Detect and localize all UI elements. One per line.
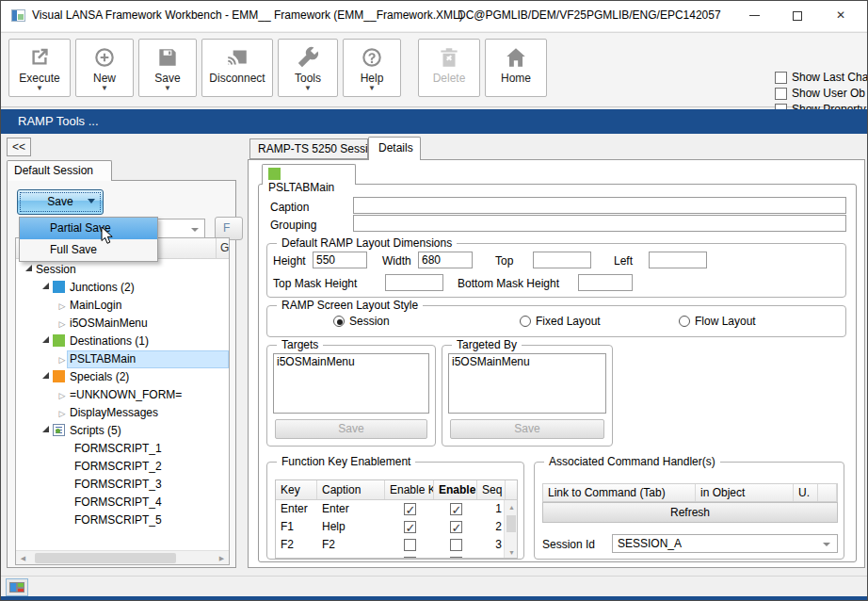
execute-button[interactable]: Execute ▼ — [8, 39, 71, 97]
scroll-up-icon[interactable]: ▲ — [505, 500, 518, 514]
targets-listbox[interactable]: i5OSMainMenu — [273, 353, 429, 414]
mouse-cursor — [101, 226, 117, 245]
col-enable-k[interactable]: Enable K — [385, 480, 434, 499]
help-button[interactable]: Help ▼ — [343, 39, 401, 97]
close-button[interactable]: ✕ — [820, 1, 861, 29]
scroll-right-icon[interactable]: ▶ — [215, 551, 229, 565]
collapsed-icon[interactable] — [57, 350, 67, 369]
checkbox-icon — [775, 88, 787, 100]
left-input[interactable] — [649, 252, 707, 268]
scroll-left-icon[interactable]: ◀ — [16, 551, 30, 565]
tab-default-session[interactable]: Default Session — [7, 160, 112, 181]
save-split-button[interactable]: Save — [17, 189, 104, 215]
tree-item-unknown-form[interactable]: =UNKNOWN_FORM= — [16, 386, 229, 404]
command-handlers-legend: Associated Command Handler(s) — [544, 455, 720, 468]
home-button[interactable]: Home — [485, 39, 547, 97]
radio-session[interactable]: Session — [333, 315, 390, 328]
session-id-label: Session Id — [542, 538, 595, 551]
grouping-input[interactable] — [353, 215, 846, 232]
bottom-mask-input[interactable] — [578, 274, 633, 291]
tab-ramp-ts-session[interactable]: RAMP-TS 5250 Session — [249, 138, 368, 159]
grouping-label: Grouping — [270, 219, 316, 232]
collapsed-icon[interactable] — [57, 315, 67, 333]
tree-item-formscript-2[interactable]: FORMSCRIPT_2 — [16, 458, 229, 476]
execute-icon — [27, 45, 52, 70]
tree-item-mainlogin[interactable]: MainLogin — [16, 297, 229, 315]
delete-icon — [437, 45, 461, 70]
session-id-combobox[interactable]: SESSION_A — [612, 534, 838, 553]
checkbox-checked-icon[interactable] — [404, 503, 416, 515]
expanded-icon[interactable] — [40, 331, 50, 349]
col-caption[interactable]: Caption — [317, 480, 385, 499]
vertical-scrollbar[interactable]: ▲ ▼ — [504, 500, 517, 559]
checkbox-icon[interactable] — [450, 557, 462, 559]
checkbox-icon[interactable] — [404, 557, 416, 559]
expanded-icon[interactable] — [40, 366, 50, 384]
refresh-button[interactable]: Refresh — [542, 502, 838, 523]
palette-icon[interactable] — [6, 578, 28, 596]
col-seq[interactable]: Seq — [477, 480, 506, 499]
collapse-panel-button[interactable]: << — [7, 138, 31, 156]
tree-item-junctions[interactable]: Junctions (2) — [16, 279, 229, 297]
show-user-checkbox[interactable]: Show User Ob — [775, 87, 868, 100]
width-input[interactable] — [418, 252, 473, 268]
tools-button[interactable]: Tools ▼ — [278, 39, 338, 97]
tree-item-formscript-4[interactable]: FORMSCRIPT_4 — [16, 494, 229, 512]
show-last-checkbox[interactable]: Show Last Cha — [775, 71, 868, 84]
maximize-button[interactable] — [777, 1, 818, 29]
table-row[interactable]: F1 Help 2 — [276, 518, 517, 536]
dropdown-arrow-icon: ▼ — [9, 85, 70, 92]
height-input[interactable] — [313, 252, 367, 268]
menu-item-full-save[interactable]: Full Save — [20, 239, 157, 261]
scroll-down-icon[interactable]: ▼ — [505, 545, 518, 559]
disconnect-button[interactable]: Disconnect — [201, 39, 273, 97]
expanded-icon[interactable] — [40, 420, 50, 438]
targets-groupbox: Targets i5OSMainMenu Save — [266, 345, 436, 447]
radio-fixed-layout[interactable]: Fixed Layout — [520, 315, 601, 328]
tree-item-destinations[interactable]: Destinations (1) — [16, 333, 229, 350]
targeted-by-listbox[interactable]: i5OSMainMenu — [448, 353, 606, 414]
tab-psltabmain[interactable]: PSLTABMain — [262, 164, 356, 185]
save-button[interactable]: Save ▼ — [138, 39, 197, 97]
top-input[interactable] — [533, 252, 591, 268]
radio-flow-layout[interactable]: Flow Layout — [679, 315, 756, 328]
checkbox-checked-icon[interactable] — [450, 503, 462, 515]
menu-item-partial-save[interactable]: Partial Save — [20, 218, 157, 239]
caption-input[interactable] — [353, 197, 846, 214]
caption-label: Caption — [270, 201, 309, 214]
checkbox-icon[interactable] — [404, 539, 416, 551]
layout-style-legend: RAMP Screen Layout Style — [277, 299, 423, 312]
expanded-icon[interactable] — [40, 277, 50, 295]
col-u[interactable]: U. — [794, 484, 818, 501]
table-row[interactable]: Enter Enter 1 — [276, 500, 517, 518]
minimize-button[interactable] — [733, 1, 775, 29]
checkbox-icon[interactable] — [450, 539, 462, 551]
table-row[interactable]: F2 F2 3 — [276, 536, 517, 554]
tree-item-scripts[interactable]: Scripts (5) — [16, 422, 229, 440]
col-enable[interactable]: Enable — [434, 480, 477, 499]
new-button[interactable]: New ▼ — [75, 39, 134, 97]
tree-item-formscript-1[interactable]: FORMSCRIPT_1 — [16, 440, 229, 458]
top-mask-input[interactable] — [385, 274, 443, 291]
table-header-row: Key Caption Enable K Enable Seq — [276, 480, 517, 500]
col-in-object[interactable]: in Object — [696, 484, 794, 501]
checkbox-checked-icon[interactable] — [450, 521, 462, 533]
col-link-to-command[interactable]: Link to Command (Tab) — [543, 484, 696, 501]
titlebar: Visual LANSA Framework Workbench - EMM__… — [1, 1, 867, 31]
collapsed-icon[interactable] — [57, 386, 67, 405]
table-row[interactable]: F3 Exit 4 — [276, 554, 517, 559]
bottom-mask-label: Bottom Mask Height — [458, 277, 559, 290]
tree-item-formscript-5[interactable]: FORMSCRIPT_5 — [16, 512, 229, 529]
col-key[interactable]: Key — [276, 480, 317, 499]
tab-details[interactable]: Details — [368, 137, 421, 160]
command-handlers-groupbox: Associated Command Handler(s) Link to Co… — [534, 462, 844, 560]
collapsed-icon[interactable] — [57, 297, 67, 316]
collapsed-icon[interactable] — [57, 404, 67, 423]
tree-item-formscript-3[interactable]: FORMSCRIPT_3 — [16, 476, 229, 494]
checkbox-checked-icon[interactable] — [404, 521, 416, 533]
horizontal-scrollbar[interactable]: ◀ ▶ — [16, 550, 229, 564]
scrollbar-thumb[interactable] — [35, 553, 176, 563]
tree-item-specials[interactable]: Specials (2) — [16, 368, 229, 386]
scrollbar-thumb[interactable] — [506, 515, 516, 532]
top-mask-label: Top Mask Height — [273, 277, 357, 290]
